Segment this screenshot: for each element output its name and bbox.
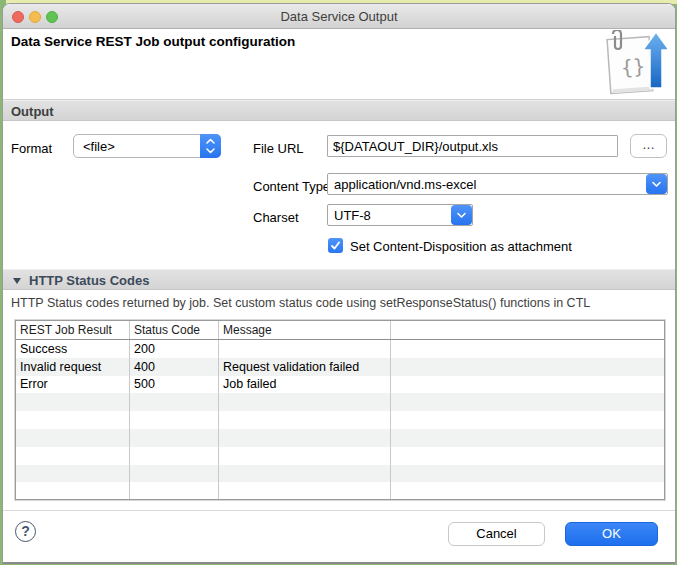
table-cell[interactable] xyxy=(391,429,664,447)
svg-text:{}: {} xyxy=(620,54,646,80)
http-status-section-title: HTTP Status Codes xyxy=(29,273,149,288)
table-cell[interactable] xyxy=(130,447,219,465)
table-cell[interactable]: 400 xyxy=(130,358,219,376)
charset-value: UTF-8 xyxy=(334,208,371,223)
table-cell[interactable] xyxy=(16,447,130,465)
table-row[interactable] xyxy=(16,465,664,483)
table-cell[interactable] xyxy=(391,482,664,500)
table-cell[interactable] xyxy=(16,393,130,411)
browse-button[interactable]: … xyxy=(630,134,667,158)
table-cell[interactable]: Job failed xyxy=(219,376,391,394)
table-row[interactable]: Success200 xyxy=(16,340,664,358)
table-row[interactable] xyxy=(16,429,664,447)
footer-separator xyxy=(3,510,675,511)
chevron-down-icon[interactable] xyxy=(451,205,472,225)
table-cell[interactable] xyxy=(219,340,391,358)
table-cell[interactable] xyxy=(391,376,664,394)
table-row[interactable] xyxy=(16,447,664,465)
table-cell[interactable] xyxy=(16,411,130,429)
table-cell[interactable] xyxy=(219,465,391,483)
table-row[interactable] xyxy=(16,411,664,429)
rest-job-output-icon: {} xyxy=(603,30,667,96)
title-bar[interactable]: Data Service Output xyxy=(3,4,675,29)
format-dropdown[interactable]: <file> xyxy=(73,134,221,158)
table-cell[interactable] xyxy=(391,411,664,429)
table-cell[interactable] xyxy=(391,393,664,411)
table-cell[interactable]: Invalid request xyxy=(16,358,130,376)
charset-combo[interactable]: UTF-8 xyxy=(327,204,473,226)
table-cell[interactable] xyxy=(130,429,219,447)
cancel-button[interactable]: Cancel xyxy=(448,522,545,546)
content-disposition-checkbox[interactable] xyxy=(328,238,343,253)
table-cell[interactable] xyxy=(219,411,391,429)
table-cell[interactable]: 200 xyxy=(130,340,219,358)
table-cell[interactable]: Error xyxy=(16,376,130,394)
table-cell[interactable] xyxy=(16,482,130,500)
table-cell[interactable] xyxy=(219,393,391,411)
table-cell[interactable] xyxy=(391,358,664,376)
content-disposition-label: Set Content-Disposition as attachment xyxy=(350,239,572,254)
table-cell[interactable] xyxy=(219,429,391,447)
table-header-row: REST Job ResultStatus CodeMessage xyxy=(16,321,664,340)
table-row[interactable]: Invalid request400Request validation fai… xyxy=(16,358,664,376)
output-section-title: Output xyxy=(11,104,54,119)
content-type-combo[interactable]: application/vnd.ms-excel xyxy=(327,173,668,195)
chevron-down-icon[interactable] xyxy=(646,174,667,194)
chevron-up-down-icon xyxy=(200,134,221,158)
table-cell[interactable] xyxy=(391,465,664,483)
column-header: REST Job Result xyxy=(16,321,130,339)
table-cell[interactable]: Request validation failed xyxy=(219,358,391,376)
table-cell[interactable]: Success xyxy=(16,340,130,358)
column-header: Message xyxy=(219,321,391,339)
help-button[interactable]: ? xyxy=(15,521,36,542)
table-cell[interactable] xyxy=(16,429,130,447)
dialog-heading: Data Service REST Job output configurati… xyxy=(11,34,295,49)
file-url-input[interactable] xyxy=(327,135,618,157)
file-url-label: File URL xyxy=(253,141,304,156)
table-cell[interactable] xyxy=(391,447,664,465)
status-codes-table[interactable]: REST Job ResultStatus CodeMessageSuccess… xyxy=(15,320,665,500)
output-section-header: Output xyxy=(3,100,675,121)
table-cell[interactable] xyxy=(16,465,130,483)
table-cell[interactable] xyxy=(130,411,219,429)
table-cell[interactable] xyxy=(219,447,391,465)
http-status-description: HTTP Status codes returned by job. Set c… xyxy=(11,296,590,310)
format-value: <file> xyxy=(83,139,115,154)
table-row[interactable] xyxy=(16,393,664,411)
collapse-triangle-icon[interactable] xyxy=(13,278,21,284)
format-label: Format xyxy=(11,141,52,156)
http-status-section-header[interactable]: HTTP Status Codes xyxy=(3,269,675,290)
ok-button[interactable]: OK xyxy=(565,522,658,546)
table-cell[interactable] xyxy=(130,482,219,500)
table-cell[interactable] xyxy=(219,482,391,500)
column-header xyxy=(391,321,664,339)
content-type-label: Content Type xyxy=(253,179,330,194)
table-cell[interactable] xyxy=(130,393,219,411)
table-row[interactable]: Error500Job failed xyxy=(16,376,664,394)
table-cell[interactable] xyxy=(391,340,664,358)
table-cell[interactable] xyxy=(130,465,219,483)
charset-label: Charset xyxy=(253,210,299,225)
content-type-value: application/vnd.ms-excel xyxy=(334,177,476,192)
table-row[interactable] xyxy=(16,482,664,500)
column-header: Status Code xyxy=(130,321,219,339)
data-service-output-dialog: Data Service Output Data Service REST Jo… xyxy=(2,3,676,564)
table-cell[interactable]: 500 xyxy=(130,376,219,394)
window-title: Data Service Output xyxy=(3,9,675,24)
